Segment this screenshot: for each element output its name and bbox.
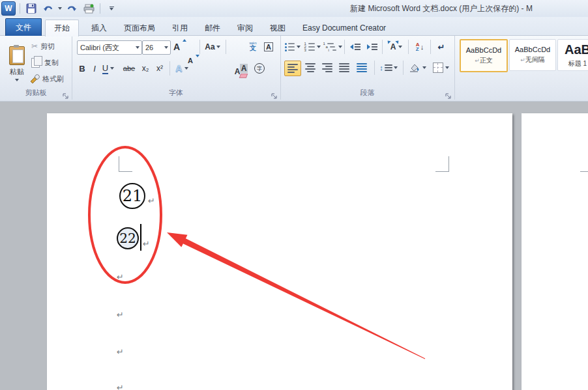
text-effects-button[interactable]: A	[173, 62, 190, 75]
subscript-button[interactable]: x₂	[140, 62, 151, 75]
distribute-icon	[357, 63, 367, 72]
bold-button[interactable]: B	[77, 62, 87, 75]
asian-layout-button[interactable]: A	[387, 40, 405, 53]
margin-mark-top-right	[435, 156, 449, 172]
tab-page-layout[interactable]: 页面布局	[115, 20, 164, 36]
line-spacing-icon	[385, 64, 392, 71]
redo-icon	[66, 4, 77, 13]
paragraph-mark: ↵	[148, 197, 155, 205]
ribbon: 粘贴 ✂ 剪切 复制 格式刷 剪贴板 Calibri (西文 26	[0, 36, 588, 102]
increase-indent-icon	[367, 44, 377, 50]
format-painter-icon	[30, 74, 40, 83]
clipboard-dialog-launcher[interactable]	[62, 91, 69, 98]
change-case-button[interactable]: Aa	[203, 40, 222, 53]
enclose-characters-icon: 字	[254, 63, 265, 74]
asian-layout-icon: A	[390, 42, 396, 51]
printer-icon	[83, 4, 95, 14]
shading-button[interactable]	[407, 61, 428, 75]
circled-number-21[interactable]: 21	[119, 183, 145, 209]
group-styles: AaBbCcDd ↵正文 AaBbCcDd ↵无间隔 AaB 标题 1	[454, 36, 588, 100]
align-center-icon	[305, 63, 316, 72]
tab-references[interactable]: 引用	[164, 20, 196, 36]
style-card-no-spacing[interactable]: AaBbCcDd ↵无间隔	[509, 39, 556, 71]
tab-home[interactable]: 开始	[45, 20, 79, 36]
line-spacing-button[interactable]: ↕	[378, 61, 399, 75]
print-button[interactable]	[81, 2, 96, 15]
window-title: 新建 Microsoft Word 文档.docx (用户上次保存的) - M	[295, 3, 588, 14]
title-bar: W 新建 Microsoft Word 文档.docx (用户上次保存的) - …	[0, 0, 588, 17]
align-right-button[interactable]	[319, 61, 335, 75]
tab-view[interactable]: 视图	[261, 20, 294, 36]
style-card-heading1[interactable]: AaB 标题 1	[557, 39, 588, 71]
word-app-icon[interactable]: W	[1, 1, 16, 16]
paste-button[interactable]: 粘贴	[4, 38, 30, 89]
borders-icon	[433, 63, 443, 73]
justify-button[interactable]	[336, 61, 352, 75]
paragraph-mark: ↵	[117, 383, 124, 390]
undo-icon	[43, 4, 53, 13]
font-name-combo[interactable]: Calibri (西文	[77, 40, 142, 55]
copy-icon	[31, 58, 40, 68]
numbering-button[interactable]: 1 2 3	[304, 40, 321, 53]
align-center-button[interactable]	[302, 61, 318, 75]
distribute-button[interactable]	[353, 61, 370, 75]
align-left-button[interactable]	[284, 61, 301, 76]
copy-button[interactable]: 复制	[31, 56, 59, 69]
tab-easy-document-creator[interactable]: Easy Document Creator	[294, 20, 394, 36]
italic-button[interactable]: I	[90, 62, 99, 75]
phonetic-guide-icon: wén 文	[249, 41, 256, 51]
paragraph-mark: ↵	[117, 348, 124, 356]
borders-button[interactable]	[432, 61, 450, 75]
group-paragraph: 1 2 3 1 a i A AZ ↓	[280, 36, 455, 100]
tab-insert[interactable]: 插入	[83, 20, 115, 36]
decrease-indent-icon	[350, 44, 360, 50]
paragraph-mark: ↵	[117, 273, 124, 281]
paragraph-dialog-launcher[interactable]	[445, 91, 452, 98]
multilevel-list-icon: 1 a i	[323, 43, 336, 51]
superscript-button[interactable]: x²	[154, 62, 166, 75]
text-cursor	[140, 224, 141, 251]
paragraph-mark: ↵	[117, 311, 124, 319]
character-shading-button[interactable]: A	[237, 62, 250, 75]
increase-indent-button[interactable]	[365, 40, 379, 53]
undo-button[interactable]	[41, 2, 55, 15]
undo-dropdown[interactable]	[58, 7, 62, 10]
justify-icon	[339, 63, 349, 72]
bullets-button[interactable]	[284, 40, 301, 53]
cut-icon: ✂	[31, 42, 38, 51]
customize-qat-button[interactable]	[104, 2, 119, 15]
phonetic-guide-button[interactable]: wén 文	[246, 39, 259, 53]
multilevel-list-button[interactable]: 1 a i	[323, 40, 342, 53]
circled-number-22[interactable]: 22	[117, 227, 139, 249]
bullets-icon	[285, 43, 295, 51]
font-size-combo[interactable]: 26	[142, 40, 171, 55]
save-icon	[26, 3, 37, 14]
redo-button[interactable]	[65, 2, 79, 15]
enclose-characters-button[interactable]: 字	[253, 62, 266, 75]
character-border-button[interactable]: A	[262, 40, 275, 53]
quick-access-toolbar: W	[1, 1, 119, 16]
group-clipboard: 粘贴 ✂ 剪切 复制 格式刷 剪贴板	[0, 36, 72, 100]
style-card-normal[interactable]: AaBbCcDd ↵正文	[460, 39, 508, 72]
format-painter-button[interactable]: 格式刷	[30, 72, 64, 85]
document-area: 21 ↵ 22 ↵ ↵ ↵ ↵ ↵	[0, 102, 588, 390]
grow-font-button[interactable]: A	[171, 40, 183, 53]
font-group-label: 字体	[72, 88, 280, 98]
show-hide-marks-button[interactable]: ↵	[434, 40, 448, 54]
cut-button[interactable]: ✂ 剪切	[31, 40, 55, 53]
tab-file[interactable]: 文件	[5, 18, 42, 36]
strikethrough-button[interactable]: abe	[121, 62, 137, 75]
tab-review[interactable]: 审阅	[229, 20, 261, 36]
tab-mailings[interactable]: 邮件	[196, 20, 229, 36]
font-dialog-launcher[interactable]	[271, 91, 278, 98]
decrease-indent-button[interactable]	[348, 40, 362, 53]
document-page-2[interactable]	[522, 113, 588, 390]
clipboard-group-label: 剪贴板	[0, 88, 72, 98]
sort-button[interactable]: AZ ↓	[412, 40, 428, 54]
numbering-icon: 1 2 3	[304, 43, 315, 51]
align-left-icon	[287, 64, 298, 73]
ribbon-tabs: 文件 开始 插入 页面布局 引用 邮件 审阅 视图 Easy Document …	[0, 17, 588, 36]
paste-icon	[9, 46, 25, 65]
underline-button[interactable]: U	[100, 62, 116, 75]
save-button[interactable]	[24, 2, 38, 15]
